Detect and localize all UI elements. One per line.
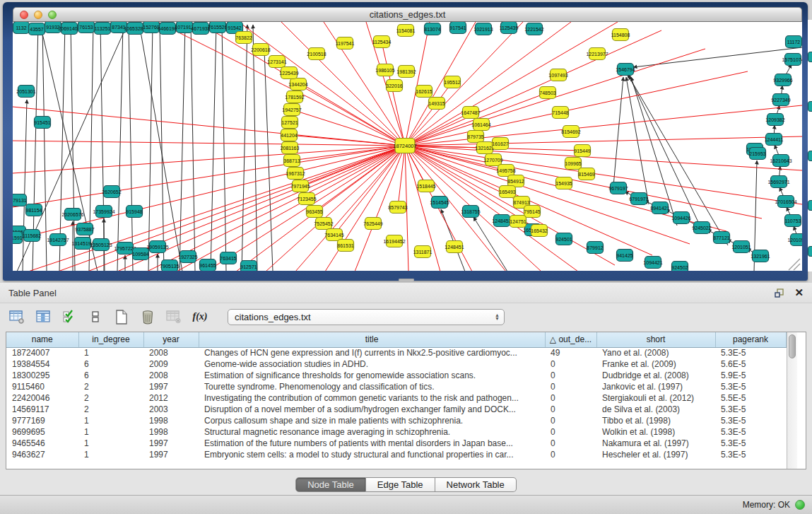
graph-node[interactable]: 763822 [235,32,252,44]
cell-year[interactable]: 2008 [143,370,199,381]
graph-node[interactable]: 1097493 [548,69,567,81]
create-table-icon[interactable] [113,308,130,325]
close-panel-icon[interactable]: ✕ [794,288,804,298]
cell-title[interactable]: Changes of HCN gene expression and I(f) … [199,347,545,358]
column-header-year[interactable]: year [143,332,199,347]
cell-year[interactable]: 1998 [143,426,199,438]
graph-node[interactable]: 1197541 [336,37,355,49]
graph-node[interactable]: 322016 [386,80,402,92]
cell-title[interactable]: Disruption of a novel member of a sodium… [199,404,545,415]
graph-node[interactable]: 2620652 [102,186,121,198]
tab-node-table[interactable]: Node Table [295,477,366,492]
network-window-titlebar[interactable]: citations_edges.txt [13,7,802,22]
cell-pagerank[interactable]: 5.3E-5 [715,449,786,460]
graph-node[interactable]: 763415 [220,252,236,264]
graph-node[interactable]: 18724007 [393,139,416,153]
graph-node[interactable]: 162615 [416,86,432,98]
graph-node[interactable]: 9375887 [75,223,94,235]
graph-node[interactable]: 879735 [467,131,483,143]
graph-node[interactable]: 7905135 [160,260,179,271]
cell-in_degree[interactable]: 1 [78,426,143,438]
tab-edge-table[interactable]: Edge Table [366,477,435,492]
cell-year[interactable]: 2009 [143,358,199,370]
cell-year[interactable]: 1997 [143,438,199,449]
cell-title[interactable]: Embryonic stem cells: a model to study s… [199,449,545,460]
graph-node[interactable]: 1981392 [396,66,416,78]
graph-node[interactable]: 109584 [132,248,148,260]
column-header-pagerank[interactable]: pagerank [715,332,786,347]
cell-pagerank[interactable]: 5.3E-5 [715,426,786,438]
graph-node[interactable]: 1781592 [285,91,304,103]
graph-node[interactable]: 2200618 [251,44,270,56]
graph-node[interactable]: 441204 [281,129,297,141]
graph-node[interactable]: 195512 [444,76,460,88]
graph-node[interactable]: 8941421 [650,202,669,214]
graph-node[interactable]: 16210643 [770,155,792,167]
graph-node[interactable]: 368713 [283,155,300,167]
graph-node[interactable]: 8579743 [388,201,407,214]
cell-short[interactable]: Jankovic et al. (1997) [596,381,715,392]
cell-title[interactable]: Structural magnetic resonance image aver… [199,426,545,438]
graph-node[interactable]: 12213977 [586,48,608,60]
cell-name[interactable]: 9463627 [6,449,78,460]
graph-node[interactable]: 1201051 [731,241,751,253]
cell-short[interactable]: Tibbo et al. (1998) [596,415,715,426]
graph-node[interactable]: 17016504 [775,196,796,208]
graph-node[interactable]: 2100518 [307,48,326,60]
graph-node[interactable]: 715448 [552,107,568,119]
cell-out_degree[interactable]: 0 [545,426,596,438]
graph-node[interactable]: 1125434 [372,36,392,48]
table-vertical-scrollbar[interactable] [787,332,797,469]
graph-node[interactable]: 815469 [578,168,594,180]
graph-node[interactable]: 915451 [34,117,50,129]
cell-pagerank[interactable]: 5.6E-5 [715,358,786,370]
graph-node[interactable]: 8154692 [561,126,580,138]
graph-node[interactable]: 924501 [555,233,572,245]
cell-name[interactable]: 18724007 [6,347,78,358]
column-header-name[interactable]: name [6,332,78,347]
graph-node[interactable]: 7615526 [208,22,227,33]
cell-name[interactable]: 9465546 [6,438,78,449]
graph-node[interactable]: 1021913 [473,23,493,35]
cell-pagerank[interactable]: 5.3E-5 [715,381,786,392]
cell-pagerank[interactable]: 5.9E-5 [715,370,786,381]
graph-node[interactable]: 113251 [95,23,111,35]
cell-title[interactable]: Tourette syndrome. Phenomenology and cla… [199,381,545,392]
graph-node[interactable]: 1248451 [445,241,464,253]
graph-node[interactable]: 149315 [428,98,445,110]
graph-node[interactable]: 961455 [199,259,216,271]
cell-title[interactable]: Estimation of the future numbers of pati… [199,438,545,449]
cell-in_degree[interactable]: 1 [78,438,143,449]
graph-node[interactable]: 813074 [424,23,440,35]
graph-node[interactable]: 7625449 [363,218,382,230]
cell-year[interactable]: 1998 [143,415,199,426]
canvas-resize-grip[interactable] [789,259,800,270]
cell-in_degree[interactable]: 6 [78,358,143,370]
graph-node[interactable]: 152760 [143,22,159,33]
graph-node[interactable]: 1546794 [616,64,635,76]
cell-title[interactable]: Investigating the contribution of common… [199,392,545,404]
graph-node[interactable]: 9679197 [608,182,628,194]
graph-node[interactable]: 915948 [126,206,142,218]
graph-node[interactable]: 124751 [510,216,526,228]
graph-node[interactable]: 161627 [492,138,508,150]
cell-name[interactable]: 18300295 [6,370,78,381]
cell-out_degree[interactable]: 0 [545,438,596,449]
graph-node[interactable]: 15751074 [782,54,802,66]
graph-node[interactable]: 861531 [337,240,353,252]
cell-in_degree[interactable]: 2 [78,404,143,415]
cell-title[interactable]: Corpus callosum shape and size in male p… [199,415,545,426]
graph-node[interactable]: 1647487 [461,107,480,119]
network-window[interactable]: citations_edges.txt 11324355791932206914… [3,2,808,281]
graph-node[interactable]: 9329966 [773,74,792,86]
graph-node[interactable]: 1115682 [23,230,41,242]
graph-node[interactable]: 912571 [240,261,257,271]
cell-out_degree[interactable]: 0 [545,404,596,415]
cell-out_degree[interactable]: 0 [545,415,596,426]
graph-node[interactable]: 1311871 [413,246,433,258]
graph-node[interactable]: 127521 [281,117,298,129]
graph-node[interactable]: 110753 [785,215,801,227]
table-settings-icon[interactable] [8,308,25,325]
graph-node[interactable]: 1344204 [288,78,307,90]
cell-year[interactable]: 2012 [143,392,199,404]
